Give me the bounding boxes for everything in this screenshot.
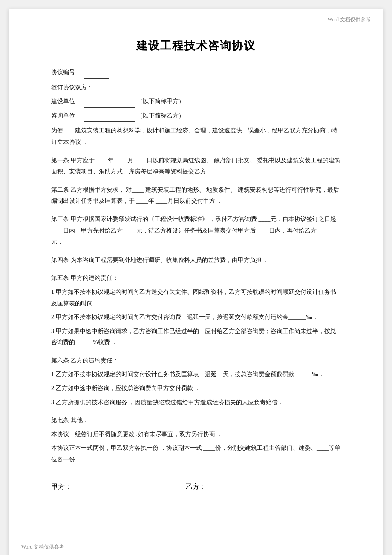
party-a-blank xyxy=(84,96,135,108)
article-6: 第六条 乙方的违约责任： 1.乙方如不按本协议规定的时间交付设计任务书及匡算表，… xyxy=(51,355,341,408)
article-3-title: 第三条 甲方根据国家计委颁发试行的《工程设计收费标准》 ，承付乙方咨询费 ___… xyxy=(51,214,341,248)
article-5-title: 第五条 甲方的违约责任： xyxy=(51,273,341,284)
party-b-signature: 乙方： xyxy=(186,483,286,492)
party-b-label: 咨询单位： xyxy=(51,112,81,119)
party-a-signature: 甲方： xyxy=(51,483,152,492)
article-4-title: 第四条 为本咨询工程需要到外地进行调研、收集资料人员的差旅费，由甲方负担 ． xyxy=(51,255,341,266)
watermark-bottom: Word 文档仅供参考 xyxy=(21,543,64,551)
article-7-item-1: 本协议一经签订后不得随意更改 .如有未尽事宜，双方另行协商 ． xyxy=(51,429,341,440)
article-7-title: 第七条 其他． xyxy=(51,415,341,426)
agreement-number-label: 协议编号： xyxy=(51,69,81,75)
party-b-note: （以下简称乙方） xyxy=(137,112,184,119)
party-b-sig-label: 乙方： xyxy=(186,483,206,492)
agreement-number-section: 协议编号： ________ xyxy=(51,67,341,79)
article-6-item-3: 3.乙方所提供的技术咨询服务 ，因质量缺陷或过错给甲方造成经济损失的人应负责赔偿… xyxy=(51,397,341,408)
article-6-title: 第六条 乙方的违约责任： xyxy=(51,355,341,367)
signature-section: 甲方： 乙方： xyxy=(51,483,341,492)
party-a-sig-line xyxy=(75,483,152,491)
parties-label: 签订协议双方： xyxy=(51,84,93,91)
article-3: 第三条 甲方根据国家计委颁发试行的《工程设计收费标准》 ，承付乙方咨询费 ___… xyxy=(51,214,341,248)
article-5-item-3: 3.甲方如果中途中断咨询请求，乙方咨询工作已经过半的，应付给乙方全部咨询费；咨询… xyxy=(51,326,341,348)
party-a-sig-label: 甲方： xyxy=(51,483,72,492)
article-1: 第一条 甲方应于 ____年 ____月 ____日以前将规划局红线图、 政府部… xyxy=(51,155,341,178)
party-a-note: （以下简称甲方） xyxy=(137,98,184,104)
article-5-item-2: 2.甲方如不按本协议规定的时间向乙方交付咨询费，迟延一天，按迟延交付款额支付违约… xyxy=(51,312,341,323)
document-title: 建设工程技术咨询协议 xyxy=(51,38,341,53)
parties-section: 签订协议双方： 建设单位： （以下简称甲方） 咨询单位： （以下简称乙方） xyxy=(51,82,341,122)
article-5-item-1: 1.甲方如不按本协议规定的时间向乙方送交有关文件、图纸和资料，乙方可按耽误的时间… xyxy=(51,287,341,309)
party-a-label: 建设单位： xyxy=(51,98,81,104)
party-b-blank xyxy=(84,110,135,122)
preamble-text: 为使____建筑安装工程的构想科学，设计和施工经济、合理，建设速度快，误差小，经… xyxy=(51,125,341,148)
article-2: 第二条 乙方根据甲方要求， 对____ 建筑安装工程的地形、 地质条件、 建筑安… xyxy=(51,184,341,207)
article-6-item-2: 2.乙方如中途中断咨询，应按总咨询费向甲方交付罚款 ． xyxy=(51,383,341,394)
article-7-item-2: 本协议正本一式两份，甲乙双方各执一份 ．协议副本一式 ____份，分别交建筑工程… xyxy=(51,443,341,465)
watermark-top: Word 文档仅供参考 xyxy=(328,16,371,23)
article-1-title: 第一条 甲方应于 ____年 ____月 ____日以前将规划局红线图、 政府部… xyxy=(51,155,341,178)
article-6-item-1: 1.乙方如不按本协议规定的时间交付设计任务书及匡算表，迟延一天，按总咨询费金额数… xyxy=(51,369,341,380)
preamble-section: 为使____建筑安装工程的构想科学，设计和施工经济、合理，建设速度快，误差小，经… xyxy=(51,125,341,148)
article-7: 第七条 其他． 本协议一经签订后不得随意更改 .如有未尽事宜，双方另行协商 ． … xyxy=(51,415,341,465)
article-4: 第四条 为本咨询工程需要到外地进行调研、收集资料人员的差旅费，由甲方负担 ． xyxy=(51,255,341,266)
article-2-title: 第二条 乙方根据甲方要求， 对____ 建筑安装工程的地形、 地质条件、 建筑安… xyxy=(51,184,341,207)
article-5: 第五条 甲方的违约责任： 1.甲方如不按本协议规定的时间向乙方送交有关文件、图纸… xyxy=(51,273,341,348)
document-page: Word 文档仅供参考 建设工程技术咨询协议 协议编号： ________ 签订… xyxy=(9,9,383,555)
party-b-sig-line xyxy=(210,483,286,491)
agreement-number-blank: ________ xyxy=(84,67,109,79)
top-divider xyxy=(21,26,371,26)
